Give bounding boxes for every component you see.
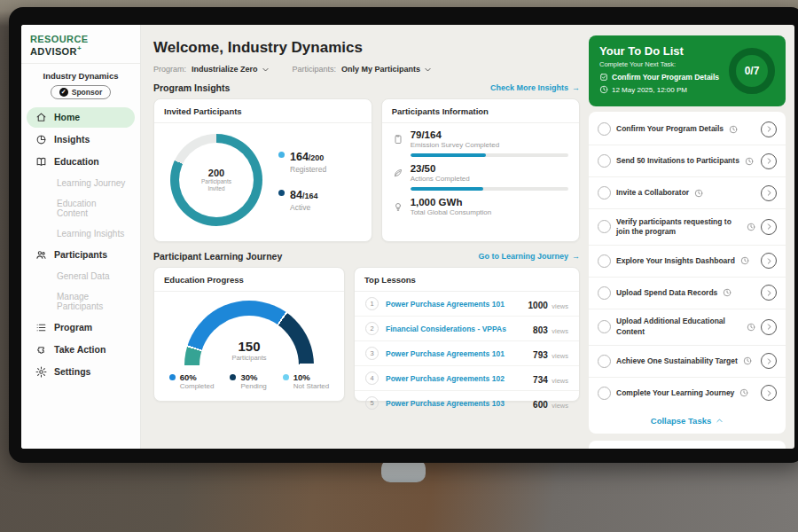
check-more-insights-label: Check More Insights [490, 83, 568, 92]
top-lessons-card: Top Lessons 1 Power Purchase Agreements … [354, 267, 580, 402]
todo-task-row: Verify participants requesting to join t… [589, 209, 786, 246]
sidebar-item-settings[interactable]: Settings [27, 362, 135, 382]
task-detail-button[interactable] [761, 121, 777, 137]
task-checkbox[interactable] [598, 186, 611, 200]
task-detail-button[interactable] [761, 219, 777, 235]
gauge-legend-item: 10% Not Started [283, 372, 329, 390]
task-detail-button[interactable] [761, 385, 777, 401]
task-detail-button[interactable] [761, 185, 777, 201]
gauge-legend: 60% Completed 30% Pending 10% Not Starte… [169, 372, 330, 390]
lesson-link[interactable]: Power Purchase Agreements 103 [386, 399, 526, 408]
task-checkbox[interactable] [598, 220, 611, 233]
sidebar-item-label: General Data [57, 271, 109, 281]
lesson-row: 1 Power Purchase Agreements 101 1000 vie… [355, 292, 579, 317]
participants-filter-value: Only My Participants [341, 65, 420, 74]
todo-task-row: Confirm Your Program Details [589, 113, 786, 145]
gauge-center-label: Participants [231, 354, 266, 362]
task-checkbox[interactable] [598, 286, 611, 300]
gauge-center-value: 150 [238, 339, 260, 354]
todo-progress-badge: 0/7 [729, 48, 775, 94]
task-label: Upload Spend Data Records [616, 288, 717, 298]
task-checkbox[interactable] [598, 154, 611, 168]
todo-task-row: Achieve One Sustainability Target [589, 346, 786, 378]
lesson-link[interactable]: Power Purchase Agreements 101 [386, 300, 521, 309]
task-detail-button[interactable] [761, 153, 777, 169]
app-logo: RESOURCE ADVISOR+ [21, 25, 140, 64]
stat-row: 23/50 Actions Completed [382, 157, 579, 191]
invited-participants-card: Invited Participants 200 Participants In… [153, 98, 372, 242]
stat-value: 23/50 [411, 163, 470, 174]
legend-percent: 30% [240, 372, 266, 382]
education-icon [35, 156, 47, 168]
task-checkbox[interactable] [598, 122, 611, 136]
sidebar-item-general-data[interactable]: General Data [27, 267, 135, 286]
stat-label: Total Global Consumption [411, 208, 492, 216]
sidebar-item-label: Learning Journey [57, 178, 125, 188]
sidebar-item-education-content[interactable]: Education Content [27, 194, 135, 223]
stat-value: 1,000 GWh [411, 197, 492, 207]
todo-due-date: 12 May 2025, 12:00 PM [612, 86, 687, 94]
lesson-rank: 5 [365, 396, 379, 410]
task-detail-button[interactable] [761, 319, 777, 335]
task-detail-button[interactable] [761, 353, 777, 369]
sidebar-item-home[interactable]: Home [27, 107, 135, 128]
task-label: Upload Additional Educational Content [616, 317, 741, 337]
todo-header: Your To Do List Complete Your Next Task:… [589, 35, 786, 106]
filter-bar: Program: Industrialize Zero Participants… [153, 65, 580, 74]
lesson-views: 734 views [533, 371, 568, 387]
stat-row: 79/164 Emission Survey Completed [382, 123, 579, 157]
lesson-views: 1000 views [528, 296, 568, 312]
sidebar-item-education[interactable]: Education [27, 152, 135, 172]
check-more-insights-link[interactable]: Check More Insights → [490, 83, 580, 92]
sidebar-item-learning-insights[interactable]: Learning Insights [27, 224, 135, 243]
task-checkbox[interactable] [598, 387, 611, 400]
sidebar-item-participants[interactable]: Participants [27, 245, 135, 265]
todo-task-row: Explore Your Insights Dashboard [589, 246, 786, 278]
sidebar-item-program[interactable]: Program [27, 317, 135, 338]
sidebar-item-learning-journey[interactable]: Learning Journey [27, 174, 135, 192]
task-label: Verify participants requesting to join t… [616, 217, 741, 238]
program-filter-label: Program: [153, 65, 186, 74]
lesson-link[interactable]: Financial Considerations - VPPAs [386, 325, 526, 333]
task-checkbox[interactable] [598, 355, 611, 368]
lesson-rank: 1 [365, 297, 379, 310]
collapse-tasks-link[interactable]: Collapse Tasks [589, 409, 786, 432]
sidebar-item-insights[interactable]: Insights [27, 129, 135, 150]
sidebar-item-manage-participants[interactable]: Manage Participants [27, 287, 135, 316]
take-action-icon [35, 344, 47, 356]
legend-value: 84/164 [290, 189, 317, 201]
chevron-down-icon [262, 66, 270, 74]
task-checkbox[interactable] [598, 254, 611, 268]
legend-label: Pending [240, 382, 266, 390]
sidebar-item-take-action[interactable]: Take Action [27, 340, 135, 360]
sidebar: RESOURCE ADVISOR+ Industry Dynamics ✓ Sp… [21, 25, 141, 449]
sidebar-item-label: Participants [54, 249, 107, 260]
lesson-views: 600 views [533, 395, 568, 411]
legend-label: Completed [180, 382, 215, 390]
clock-icon [739, 388, 748, 397]
todo-panel: Your To Do List Complete Your Next Task:… [589, 30, 786, 449]
lesson-rank: 2 [365, 322, 379, 335]
legend-dot-icon [278, 152, 285, 158]
lesson-row: 3 Power Purchase Agreements 101 793 view… [355, 341, 579, 366]
legend-dot-icon [283, 374, 289, 380]
participants-filter-select[interactable]: Only My Participants [341, 65, 432, 74]
dashboard-screen: RESOURCE ADVISOR+ Industry Dynamics ✓ Sp… [21, 25, 794, 449]
task-detail-button[interactable] [761, 253, 777, 269]
page-title: Welcome, Industry Dynamics [153, 39, 580, 57]
program-filter-value: Industrialize Zero [192, 65, 258, 74]
task-detail-button[interactable] [761, 285, 777, 301]
task-checkbox[interactable] [598, 320, 611, 333]
donut-legend: 164/200 Registered 84/164 Active [278, 148, 326, 212]
program-filter-select[interactable]: Industrialize Zero [192, 65, 270, 74]
legend-percent: 10% [293, 372, 329, 382]
todo-task-row: Upload Spend Data Records [589, 278, 786, 309]
go-to-learning-journey-link[interactable]: Go to Learning Journey → [478, 252, 580, 261]
clock-icon [740, 256, 749, 265]
lesson-link[interactable]: Power Purchase Agreements 101 [386, 349, 526, 358]
logo-plus: + [77, 44, 82, 52]
sidebar-item-label: Take Action [54, 344, 106, 355]
lesson-link[interactable]: Power Purchase Agreements 102 [386, 374, 526, 383]
participant-stats: 79/164 Emission Survey Completed 23/50 A… [382, 123, 579, 216]
gauge-legend-item: 30% Pending [230, 372, 266, 390]
